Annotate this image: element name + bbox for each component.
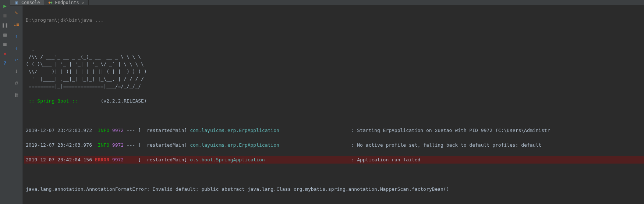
svg-point-0 xyxy=(48,1,50,3)
close-red-icon[interactable]: ✕ xyxy=(1,50,9,57)
pause-icon[interactable]: ❚❚ xyxy=(1,21,9,29)
spring-banner: . ____ _ __ _ _ /\\ / ___'_ __ _ _(_)_ _… xyxy=(24,46,644,90)
command-line: D:\program\jdk\bin\java ... xyxy=(24,17,644,24)
spring-boot-version: (v2.2.2.RELEASE) xyxy=(101,98,147,104)
stop-disabled-icon: ■ xyxy=(1,12,9,19)
spring-boot-line: :: Spring Boot :: (v2.2.2.RELEASE) xyxy=(24,97,644,105)
tab-endpoints-label: Endpoints xyxy=(55,0,79,5)
log-line: 2019-12-07 23:42:03.972 INFO 9972 --- [ … xyxy=(24,127,644,134)
svg-point-1 xyxy=(50,1,52,3)
camera-icon[interactable]: ▤ xyxy=(1,31,9,38)
left-gutter: ▶ ■ ❚❚ ▤ ▦ ✕ ? xyxy=(0,0,10,204)
endpoints-icon xyxy=(48,0,53,5)
trash-icon[interactable]: 🗑 xyxy=(13,91,21,99)
edit-icon[interactable]: ✎ xyxy=(13,8,21,17)
exception-line: java.lang.annotation.AnnotationFormatErr… xyxy=(24,186,644,193)
console-output[interactable]: D:\program\jdk\bin\java ... . ____ _ __ … xyxy=(23,6,644,204)
help-icon[interactable]: ? xyxy=(1,60,9,67)
tab-console[interactable]: ▣ Console xyxy=(10,0,44,5)
log-line: 2019-12-07 23:42:03.976 INFO 9972 --- [ … xyxy=(24,142,644,149)
run-icon[interactable]: ▶ xyxy=(1,2,9,10)
sort-icon[interactable]: ↓≡ xyxy=(13,20,21,28)
console-icon: ▣ xyxy=(14,0,19,5)
close-icon[interactable]: ✕ xyxy=(82,0,85,5)
tab-console-label: Console xyxy=(21,0,40,5)
console-toolbar: ✎ ↓≡ ↑ ↓ ↩ ⤓ ⎙ 🗑 xyxy=(10,6,23,204)
spring-boot-label: :: Spring Boot :: xyxy=(26,98,81,104)
log-line-error: 2019-12-07 23:42:04.156 ERROR 9972 --- [… xyxy=(24,156,644,164)
tab-endpoints[interactable]: Endpoints ✕ xyxy=(44,0,89,5)
print-icon[interactable]: ⎙ xyxy=(13,79,21,87)
tool-tabs: ▣ Console Endpoints ✕ xyxy=(10,0,644,6)
scroll-end-icon[interactable]: ⤓ xyxy=(13,67,21,75)
layout-icon[interactable]: ▦ xyxy=(1,40,9,48)
soft-wrap-icon[interactable]: ↩ xyxy=(13,56,21,64)
down-icon[interactable]: ↓ xyxy=(13,44,21,52)
up-icon[interactable]: ↑ xyxy=(13,32,21,40)
